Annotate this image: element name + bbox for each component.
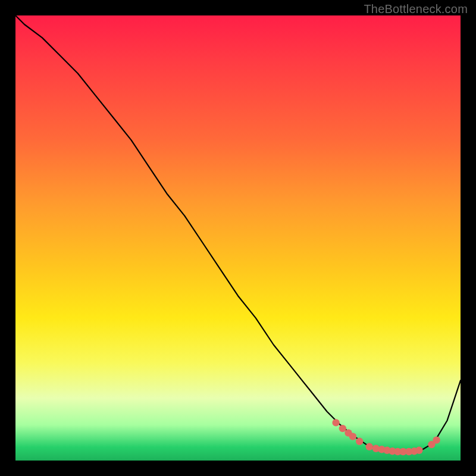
curve-marker [366, 443, 373, 450]
chart-svg [15, 15, 461, 461]
curve-markers [332, 419, 440, 455]
bottleneck-curve [15, 15, 461, 452]
curve-marker [339, 425, 346, 432]
watermark-text: TheBottleneck.com [364, 2, 468, 16]
curve-marker [433, 436, 440, 443]
curve-marker [356, 438, 363, 445]
curve-marker [332, 419, 339, 426]
chart-frame: TheBottleneck.com [0, 0, 476, 476]
plot-area [15, 15, 461, 461]
curve-marker [415, 447, 422, 454]
curve-marker [349, 433, 356, 440]
